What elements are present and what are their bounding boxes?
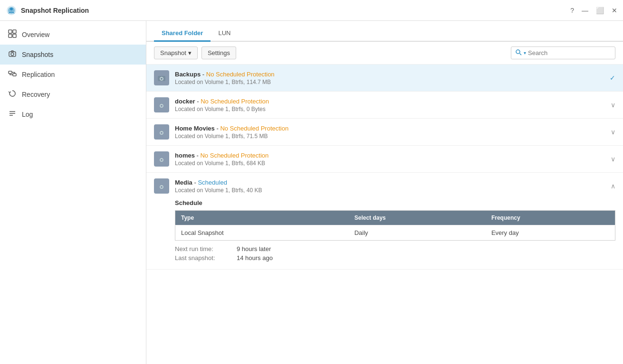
folder-list: Backups - No Scheduled Protection Locate… — [146, 65, 623, 364]
item-name-docker: docker - No Scheduled Protection — [175, 98, 605, 105]
grid-icon — [8, 29, 17, 40]
chevron-icon-home-movies: ∨ — [611, 128, 615, 136]
tab-lun[interactable]: LUN — [211, 26, 238, 42]
svg-point-14 — [516, 50, 520, 54]
item-name-homes: homes - No Scheduled Protection — [175, 152, 605, 159]
item-info-media: Media - Scheduled Located on Volume 1, B… — [175, 179, 605, 194]
list-item-homes: homes - No Scheduled Protection Located … — [146, 146, 623, 173]
schedule-row-days: Daily — [349, 225, 486, 241]
sidebar-label-overview: Overview — [22, 31, 49, 38]
svg-line-15 — [520, 54, 522, 56]
item-status-home-movies: No Scheduled Protection — [220, 125, 288, 132]
title-bar-left: Snapshot Replication — [6, 5, 89, 16]
folder-icon-homes — [154, 151, 169, 167]
svg-rect-5 — [9, 34, 12, 37]
svg-rect-10 — [13, 74, 16, 76]
item-name-media: Media - Scheduled — [175, 179, 605, 186]
toolbar: Snapshot ▾ Settings ▾ — [146, 42, 623, 65]
help-button[interactable]: ? — [570, 7, 574, 14]
schedule-row: Local Snapshot Daily Every day — [175, 225, 615, 241]
chevron-icon-docker: ∨ — [611, 101, 615, 109]
meta-value-last-snapshot: 14 hours ago — [237, 254, 615, 261]
list-item-backups: Backups - No Scheduled Protection Locate… — [146, 65, 623, 92]
meta-value-next-run: 9 hours later — [237, 245, 615, 252]
schedule-col-days: Select days — [349, 211, 486, 225]
schedule-row-type: Local Snapshot — [175, 225, 349, 241]
media-expanded-content: Schedule Type Select days Frequency Loca… — [146, 199, 623, 269]
item-location-media: Located on Volume 1, Btrfs, 40 KB — [175, 187, 605, 194]
sidebar-item-recovery[interactable]: Recovery — [0, 84, 146, 104]
tabs-bar: Shared Folder LUN — [146, 21, 623, 42]
title-bar: Snapshot Replication ? — ⬜ ✕ — [0, 0, 623, 21]
list-item-header-home-movies[interactable]: Home Movies - No Scheduled Protection Lo… — [146, 119, 623, 145]
schedule-col-frequency: Frequency — [486, 211, 615, 225]
close-button[interactable]: ✕ — [612, 7, 617, 14]
svg-rect-3 — [9, 30, 12, 33]
log-icon — [8, 109, 17, 120]
meta-label-next-run: Next run time: — [175, 245, 237, 252]
svg-rect-6 — [13, 34, 16, 37]
item-name-backups: Backups - No Scheduled Protection — [175, 71, 604, 78]
sidebar-item-log[interactable]: Log — [0, 104, 146, 124]
item-info-homes: homes - No Scheduled Protection Located … — [175, 152, 605, 167]
item-location-home-movies: Located on Volume 1, Btrfs, 71.5 MB — [175, 133, 605, 140]
minimize-button[interactable]: — — [582, 7, 588, 14]
restore-button[interactable]: ⬜ — [596, 7, 604, 14]
item-location-docker: Located on Volume 1, Btrfs, 0 Bytes — [175, 106, 605, 112]
item-info-home-movies: Home Movies - No Scheduled Protection Lo… — [175, 125, 605, 140]
sidebar-item-snapshots[interactable]: Snapshots — [0, 45, 146, 65]
item-location-homes: Located on Volume 1, Btrfs, 684 KB — [175, 160, 605, 167]
title-bar-right: ? — ⬜ ✕ — [570, 7, 617, 14]
svg-rect-9 — [9, 71, 12, 74]
search-input[interactable] — [528, 49, 611, 56]
sidebar-label-replication: Replication — [22, 71, 55, 78]
tab-shared-folder[interactable]: Shared Folder — [154, 26, 211, 42]
sidebar: Overview Snapshots Replication Recovery … — [0, 21, 146, 364]
dropdown-arrow-icon: ▾ — [188, 49, 192, 56]
item-status-docker: No Scheduled Protection — [201, 98, 269, 105]
item-name-home-movies: Home Movies - No Scheduled Protection — [175, 125, 605, 132]
sidebar-item-replication[interactable]: Replication — [0, 65, 146, 84]
item-info-backups: Backups - No Scheduled Protection Locate… — [175, 71, 604, 85]
sidebar-label-snapshots: Snapshots — [22, 51, 53, 58]
item-info-docker: docker - No Scheduled Protection Located… — [175, 98, 605, 112]
app-title: Snapshot Replication — [21, 7, 89, 14]
snapshot-button[interactable]: Snapshot ▾ — [154, 47, 198, 59]
item-status-backups: No Scheduled Protection — [206, 71, 275, 78]
folder-icon-docker — [154, 97, 169, 112]
app-icon — [6, 5, 17, 16]
schedule-col-type: Type — [175, 211, 349, 225]
schedule-title: Schedule — [175, 199, 615, 206]
list-item-header-homes[interactable]: homes - No Scheduled Protection Located … — [146, 146, 623, 172]
item-location-backups: Located on Volume 1, Btrfs, 114.7 MB — [175, 79, 604, 85]
item-status-homes: No Scheduled Protection — [200, 152, 268, 159]
main-layout: Overview Snapshots Replication Recovery … — [0, 21, 623, 364]
folder-icon-media — [154, 178, 169, 194]
sidebar-label-recovery: Recovery — [22, 91, 50, 98]
list-item-media: Media - Scheduled Located on Volume 1, B… — [146, 173, 623, 270]
list-item-header-media[interactable]: Media - Scheduled Located on Volume 1, B… — [146, 173, 623, 199]
list-item-docker: docker - No Scheduled Protection Located… — [146, 92, 623, 119]
svg-point-2 — [10, 8, 13, 10]
list-item-header-docker[interactable]: docker - No Scheduled Protection Located… — [146, 92, 623, 118]
svg-rect-4 — [13, 30, 16, 33]
schedule-meta: Next run time: 9 hours later Last snapsh… — [175, 245, 615, 261]
search-dropdown-icon: ▾ — [524, 50, 526, 56]
svg-point-8 — [11, 53, 14, 56]
folder-icon-home-movies — [154, 124, 169, 140]
search-icon — [515, 49, 522, 57]
folder-icon-backups — [154, 70, 169, 85]
chevron-icon-media: ∧ — [611, 182, 615, 190]
replication-icon — [8, 69, 17, 80]
content-area: Shared Folder LUN Snapshot ▾ Settings ▾ — [146, 21, 623, 364]
meta-label-last-snapshot: Last snapshot: — [175, 254, 237, 261]
search-box[interactable]: ▾ — [511, 47, 615, 59]
sidebar-label-log: Log — [22, 111, 33, 118]
schedule-row-frequency: Every day — [486, 225, 615, 241]
sidebar-item-overview[interactable]: Overview — [0, 25, 146, 45]
chevron-icon-backups: ✓ — [610, 74, 615, 82]
chevron-icon-homes: ∨ — [611, 155, 615, 163]
list-item-header-backups[interactable]: Backups - No Scheduled Protection Locate… — [146, 65, 623, 91]
settings-button[interactable]: Settings — [201, 47, 236, 59]
list-item-home-movies: Home Movies - No Scheduled Protection Lo… — [146, 119, 623, 146]
